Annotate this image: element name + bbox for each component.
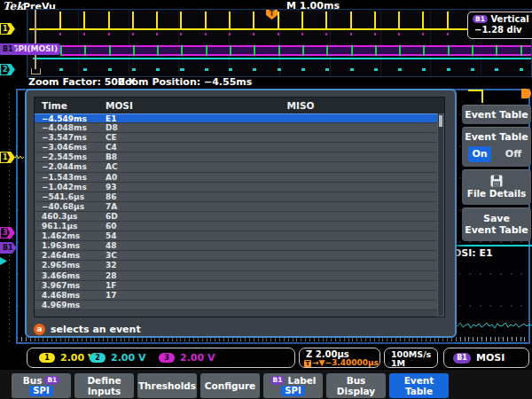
table-row[interactable]: −2.545msB8: [35, 153, 437, 162]
table-row[interactable]: 961.1µs60: [35, 222, 437, 231]
ch2-noise-trace: [447, 319, 532, 332]
ch1-trace-edge: [481, 90, 483, 103]
cell-mosi: D8: [106, 123, 118, 132]
ch1-pill: 1: [39, 353, 55, 363]
floppy-disk-icon: [490, 175, 503, 187]
column-header-mosi: MOSI: [106, 98, 133, 113]
b1-badge: B1: [270, 376, 286, 385]
cell-time: −2.044ms: [42, 162, 87, 171]
menu-thresholds-button[interactable]: Thresholds: [137, 373, 197, 398]
label-value-pill: SPI: [281, 386, 304, 396]
ch2-marker-tip[interactable]: [0, 257, 7, 265]
table-row[interactable]: −2.044msAC: [35, 162, 437, 172]
menu-define-inputs-button[interactable]: Define Inputs: [74, 373, 134, 398]
cell-mosi: 48: [106, 241, 117, 250]
trigger-edge-marker: [521, 89, 531, 98]
side-menu-title: Event Table: [462, 105, 531, 124]
table-scrollbar[interactable]: [437, 113, 444, 317]
table-row[interactable]: 3.967ms1F: [35, 281, 437, 291]
table-row[interactable]: 1.963ms48: [35, 241, 437, 251]
table-row[interactable]: −1.543msA0: [35, 173, 437, 183]
knob-hint-text: selects an event: [51, 324, 141, 335]
table-row[interactable]: 4.969ms: [35, 301, 437, 310]
ch2-pill: 2: [90, 353, 106, 363]
toggle-off-button[interactable]: Off: [502, 146, 525, 162]
channel-scale-readouts: 1 2.00 V 2 2.00 V 3 2.00 V: [27, 348, 295, 368]
ch1-clock-edges: [59, 12, 531, 29]
toggle-on-button[interactable]: On: [468, 146, 491, 162]
ch2-trace: [33, 58, 531, 59]
ch2-marker-overview[interactable]: 2: [0, 64, 15, 75]
cell-mosi: 7A: [106, 202, 117, 211]
cell-mosi: E1: [106, 114, 116, 123]
table-row[interactable]: 1.462ms54: [35, 231, 437, 241]
bus-label: SPI(MOSI): [10, 43, 60, 55]
menu-bus-display-button[interactable]: Bus Display: [326, 373, 386, 398]
b1-badge: B1: [453, 353, 471, 364]
menu-configure-button[interactable]: Configure: [200, 373, 260, 398]
file-details-button[interactable]: File Details: [462, 169, 531, 205]
cell-mosi: AC: [106, 162, 118, 171]
save-event-table-button[interactable]: Save Event Table: [462, 207, 531, 241]
cell-time: −40.68µs: [42, 202, 84, 211]
multipurpose-knob-a-icon: a: [34, 324, 45, 335]
table-row[interactable]: 4.468ms17: [35, 291, 437, 301]
column-header-miso: MISO: [247, 98, 354, 113]
cell-time: 4.969ms: [42, 301, 80, 309]
cell-mosi: 3C: [106, 251, 117, 260]
table-row[interactable]: 460.3µs6D: [35, 212, 437, 222]
bus-marker[interactable]: B1: [0, 242, 17, 254]
ch3-marker[interactable]: 3: [0, 227, 15, 239]
ch3-trace-dots: [59, 33, 531, 35]
bus-source-readout: B1 MOSI: [443, 348, 529, 368]
table-row[interactable]: −4.048msD8: [35, 123, 437, 133]
cell-mosi: 54: [106, 231, 117, 240]
cell-time: −4.549ms: [42, 114, 87, 123]
cell-mosi: 28: [106, 271, 117, 280]
menu-event-table-button[interactable]: Event Table: [389, 373, 449, 398]
zoom-position-marker[interactable]: [35, 10, 36, 69]
cell-time: 961.1µs: [42, 222, 77, 231]
cell-mosi: C4: [106, 143, 117, 152]
table-row[interactable]: −541.6µs86: [35, 192, 437, 202]
table-row[interactable]: −3.547msCE: [35, 133, 437, 143]
save-label-line2: Event Table: [462, 224, 531, 236]
badge-title: Vertical: [490, 14, 528, 24]
table-row[interactable]: −4.549msE1: [35, 113, 437, 123]
ch2-edge-dashes: [59, 68, 531, 71]
ch1-marker-overview[interactable]: 1: [0, 23, 15, 35]
ch1-marker[interactable]: 1: [0, 152, 15, 163]
cell-time: −1.543ms: [42, 173, 87, 182]
menu-label-button[interactable]: B1Label SPI: [263, 373, 323, 398]
tek-logo: Tek: [3, 0, 24, 12]
cell-mosi: 1F: [106, 281, 116, 290]
table-row[interactable]: −1.042ms93: [35, 183, 437, 192]
event-table: Time MOSI MISO −4.549msE1−4.048msD8−3.54…: [34, 97, 445, 317]
cell-mosi: A0: [106, 173, 117, 182]
table-row[interactable]: 3.466ms28: [35, 271, 437, 281]
menu-bus-button[interactable]: BusB1 SPI: [12, 373, 71, 398]
bus-marker-overview[interactable]: B1: [0, 43, 17, 55]
b1-badge: B1: [473, 15, 488, 23]
cell-time: −3.046ms: [42, 143, 87, 152]
acquisition-readout: 100MS/s 1M points: [384, 348, 438, 368]
bus-source-name: MOSI: [476, 352, 505, 364]
bottom-menu-bar: BusB1 SPI Define Inputs Thresholds Confi…: [0, 370, 532, 399]
table-row[interactable]: −40.68µs7A: [35, 202, 437, 212]
table-row[interactable]: −3.046msC4: [35, 143, 437, 153]
toggle-label: Event Table: [462, 131, 531, 143]
cell-time: 1.963ms: [42, 241, 80, 250]
cell-time: 3.466ms: [42, 271, 80, 280]
scrollbar-thumb[interactable]: [439, 115, 442, 127]
b1-badge: B1: [44, 376, 59, 385]
ch1-trace-stub: [15, 154, 25, 160]
table-row[interactable]: 2.464ms3C: [35, 251, 437, 261]
cell-time: 4.468ms: [42, 291, 80, 300]
zoom-position-readout: Zoom Position: −4.55ms: [118, 76, 252, 88]
column-header-time: Time: [42, 98, 67, 113]
cell-mosi: 17: [106, 291, 117, 300]
overview-waveform-window: [27, 9, 532, 77]
cell-time: 460.3µs: [42, 212, 77, 221]
save-label-line1: Save: [462, 213, 531, 224]
table-row[interactable]: 2.965ms32: [35, 261, 437, 270]
